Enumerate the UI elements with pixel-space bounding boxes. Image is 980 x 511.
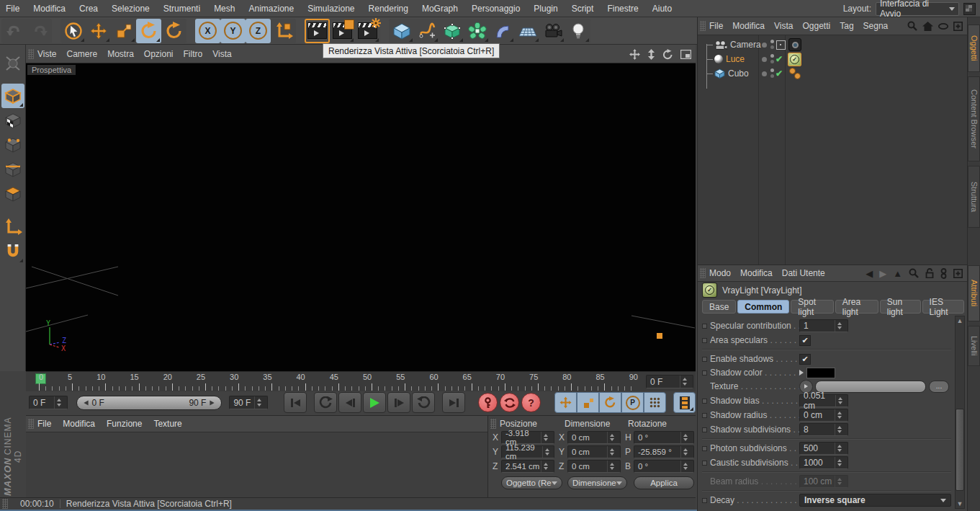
menu-script[interactable]: Script [572, 4, 594, 14]
record-position-button[interactable] [554, 392, 577, 413]
shadow-subdivisions-field[interactable]: 8 [799, 423, 848, 436]
goto-prev-frame-button[interactable] [338, 392, 361, 413]
panel-grip[interactable] [2, 499, 8, 509]
editor-visibility-dot[interactable] [770, 68, 774, 72]
add-deformer-button[interactable] [490, 19, 515, 43]
menu-rendering[interactable]: Rendering [369, 4, 408, 14]
record-key-button[interactable] [478, 393, 498, 412]
tab-base[interactable]: Base [702, 300, 736, 314]
menu-selezione[interactable]: Selezione [112, 4, 150, 14]
tab-ies-light[interactable]: IES Light [922, 300, 964, 314]
range-left-arrow[interactable] [84, 400, 88, 405]
object-tree[interactable]: Camera Luce ✔ ✓ Cu [698, 35, 967, 265]
object-name[interactable]: Camera [730, 40, 761, 50]
undo-button[interactable] [1, 19, 27, 43]
move-tool-button[interactable] [86, 19, 111, 43]
menu-strumenti[interactable]: Strumenti [163, 4, 200, 14]
enable-shadows-checkbox[interactable]: ✔ [799, 354, 811, 365]
object-row-luce[interactable]: Luce ✔ ✓ [698, 53, 967, 66]
enabled-check-icon[interactable]: ✔ [776, 54, 783, 64]
parent-object-icon[interactable]: ▲ [893, 268, 902, 279]
redo-button[interactable] [27, 19, 52, 43]
vp-menu-camere[interactable]: Camere [66, 49, 97, 59]
vp-menu-filtro[interactable]: Filtro [184, 49, 203, 59]
size-mode-dropdown[interactable]: Dimensione [567, 476, 627, 489]
coordinate-system-button[interactable] [271, 19, 296, 43]
render-visibility-dot[interactable] [770, 60, 774, 63]
spinner[interactable] [680, 376, 689, 388]
mat-menu-modifica[interactable]: Modifica [63, 419, 95, 429]
photon-subdivisions-field[interactable]: 500 [799, 442, 848, 455]
activation-dot[interactable] [762, 57, 767, 62]
add-subdivision-surface-button[interactable] [439, 19, 464, 43]
viewport[interactable]: Prospettiva Y Z X [26, 63, 696, 371]
light-object-handle[interactable] [657, 333, 662, 339]
mat-menu-file[interactable]: File [37, 419, 51, 429]
toggle-view-icon[interactable] [680, 50, 691, 59]
play-button[interactable] [363, 392, 386, 413]
phong-tag-icon[interactable] [794, 73, 801, 79]
activation-dot[interactable] [762, 71, 767, 76]
help-button[interactable]: ? [521, 393, 541, 412]
record-scale-button[interactable] [577, 392, 599, 413]
tab-sun-light[interactable]: Sun light [880, 300, 921, 314]
rotate-view-icon[interactable] [662, 49, 673, 60]
scroll-up-icon[interactable]: ▲ [956, 316, 964, 325]
om-menu-oggetti[interactable]: Oggetti [803, 21, 831, 31]
rotation-b-field[interactable]: 0 ° [634, 460, 694, 473]
eye-icon[interactable] [938, 23, 948, 30]
editor-visibility-dot[interactable] [770, 54, 774, 58]
autokey-button[interactable] [500, 393, 519, 412]
activation-dot[interactable] [762, 43, 767, 48]
shadow-radius-field[interactable]: 0 cm [799, 409, 848, 422]
shadow-bias-field[interactable]: 0.051 cm [799, 394, 848, 407]
add-object-icon[interactable] [953, 22, 963, 31]
spinner[interactable] [835, 395, 844, 406]
layout-dropdown[interactable]: Interfaccia di Avvio [876, 2, 959, 16]
object-row-camera[interactable]: Camera [698, 38, 967, 51]
record-rotation-button[interactable] [599, 392, 621, 413]
camera-tag-icon[interactable] [788, 38, 801, 51]
coordinate-mode-dropdown[interactable]: Oggetto (Re [501, 476, 562, 489]
position-x-field[interactable]: -3.918 cm [501, 431, 554, 444]
render-view-button[interactable] [305, 19, 330, 43]
tab-content-browser[interactable]: Content Browser [968, 76, 980, 161]
vp-menu-vista[interactable]: Vista [212, 49, 231, 59]
last-tool-button[interactable] [161, 19, 186, 43]
end-frame-field[interactable]: 90 F [229, 396, 268, 409]
render-picture-viewer-button[interactable] [330, 19, 355, 43]
search-icon[interactable] [907, 21, 917, 31]
spinner[interactable] [835, 320, 844, 332]
zoom-view-icon[interactable] [647, 49, 655, 60]
tab-livelli[interactable]: Livelli [968, 326, 980, 366]
preview-range-slider[interactable]: 0 F 90 F [76, 396, 222, 410]
lock-y-axis-button[interactable]: Y [220, 19, 246, 43]
add-spline-button[interactable] [414, 19, 439, 43]
shadow-color-swatch[interactable] [806, 368, 835, 378]
menu-finestre[interactable]: Finestre [607, 4, 638, 14]
record-pla-button[interactable] [644, 392, 666, 413]
size-y-field[interactable]: 0 cm [567, 445, 621, 458]
menu-aiuto[interactable]: Aiuto [652, 4, 672, 14]
vp-menu-mostra[interactable]: Mostra [107, 49, 134, 59]
panel-grip[interactable] [700, 21, 706, 31]
timeline-ruler[interactable]: 05 1015 2025 3035 4045 5055 6065 7075 80… [26, 371, 696, 391]
lock-open-icon[interactable] [925, 268, 934, 278]
snap-button[interactable] [1, 239, 24, 264]
specular-contribution-field[interactable]: 1 [799, 319, 848, 332]
add-cube-button[interactable] [389, 19, 414, 43]
lock-z-axis-button[interactable]: Z [246, 19, 271, 43]
goto-start-button[interactable] [284, 392, 307, 413]
scale-tool-button[interactable] [111, 19, 136, 43]
timeline-window-button[interactable] [673, 392, 696, 413]
menu-modifica[interactable]: Modifica [33, 4, 66, 14]
om-menu-segna[interactable]: Segna [863, 21, 889, 31]
mat-menu-funzione[interactable]: Funzione [107, 419, 142, 429]
goto-next-frame-button[interactable] [387, 392, 410, 413]
pan-view-icon[interactable] [629, 49, 640, 60]
home-icon[interactable] [922, 22, 933, 31]
model-mode-button[interactable] [1, 84, 24, 108]
render-visibility-dot[interactable] [770, 45, 774, 49]
add-camera-button[interactable] [540, 19, 565, 43]
add-mograph-button[interactable] [464, 19, 490, 43]
